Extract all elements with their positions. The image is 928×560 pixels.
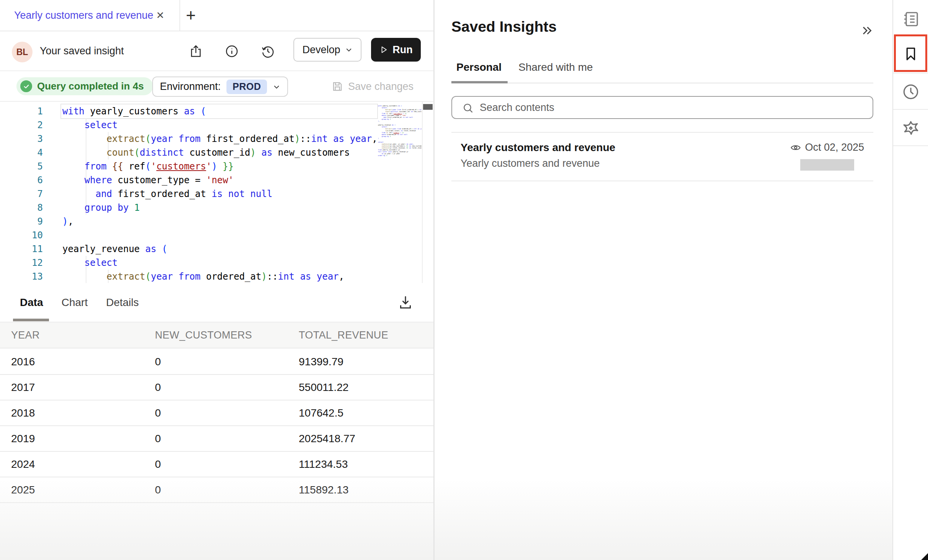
minimap-border xyxy=(422,102,423,283)
chevron-down-icon xyxy=(273,83,280,91)
panel-divider xyxy=(451,132,873,133)
table-cell: 111234.53 xyxy=(299,458,433,470)
saved-insight-meta: Oct 02, 2025 xyxy=(451,142,864,153)
query-status-text: Query completed in 4s xyxy=(37,80,144,92)
column-header: TOTAL_REVENUE xyxy=(299,329,433,341)
environment-label: Environment: xyxy=(160,81,221,93)
table-cell: 0 xyxy=(155,356,299,368)
column-header: YEAR xyxy=(11,329,155,341)
resize-corner xyxy=(921,553,928,560)
code-line: where customer_type = 'new' xyxy=(62,173,377,187)
insight-toolbar: BL Your saved insight Develop Run xyxy=(0,31,433,71)
sidebar-item-compass[interactable] xyxy=(893,110,928,146)
insights-tab-shared-with-me[interactable]: Shared with me xyxy=(518,61,593,73)
code-line: from {{ ref('customers') }} xyxy=(62,160,377,173)
tab-divider xyxy=(179,0,180,31)
table-cell: 2018 xyxy=(11,407,155,419)
tab-track xyxy=(451,83,873,83)
results-table-body: 2016091399.7920170550011.2220180107642.5… xyxy=(0,349,433,503)
code-line: select xyxy=(62,118,377,132)
table-cell: 2025418.77 xyxy=(299,433,433,445)
rail-separator xyxy=(893,145,928,146)
avatar[interactable]: BL xyxy=(12,42,33,62)
results-tab-bar: DataChartDetails xyxy=(0,283,433,322)
active-tab-indicator xyxy=(13,319,49,321)
editor-scrollbar[interactable] xyxy=(423,104,433,110)
table-row[interactable]: 20180107642.5 xyxy=(0,400,433,426)
table-cell: 2019 xyxy=(11,433,155,445)
panel-title: Saved Insights xyxy=(451,18,557,35)
info-icon[interactable] xyxy=(225,44,239,58)
environment-value-badge: PROD xyxy=(226,80,267,94)
insights-tab-personal[interactable]: Personal xyxy=(456,61,501,73)
download-icon[interactable] xyxy=(398,295,413,310)
results-tab-data[interactable]: Data xyxy=(20,296,43,309)
personal-tab-indicator xyxy=(451,81,508,83)
tab-yearly-customers[interactable]: Yearly customers and revenue xyxy=(14,0,153,31)
check-icon xyxy=(20,80,32,92)
line-number-gutter: 1234567891011121314151617181920212223242… xyxy=(0,104,43,283)
loading-skeleton-bar xyxy=(800,159,854,171)
table-cell: 550011.22 xyxy=(299,381,433,394)
save-icon xyxy=(332,81,343,92)
pane-divider[interactable] xyxy=(433,0,435,560)
compass-icon xyxy=(901,119,920,138)
insights-tab-bar: PersonalShared with me xyxy=(456,61,593,73)
sidebar-item-history[interactable] xyxy=(893,73,928,110)
save-changes-button[interactable]: Save changes xyxy=(332,72,414,101)
minimap[interactable]: with yearly_customers as ( select extrac… xyxy=(378,105,422,156)
search-contents-box xyxy=(451,96,873,119)
table-cell: 0 xyxy=(155,407,299,419)
notebook-icon xyxy=(902,10,920,28)
code-line: select xyxy=(62,256,377,270)
code-line: extract(year from ordered_at)::int as ye… xyxy=(62,270,377,283)
results-table-header: YEARNEW_CUSTOMERSTOTAL_REVENUE xyxy=(0,322,433,348)
table-cell: 2025 xyxy=(11,484,155,496)
table-cell: 91399.79 xyxy=(299,356,433,368)
eye-icon xyxy=(790,142,801,153)
table-cell: 2016 xyxy=(11,356,155,368)
tab-strip: Yearly customers and revenue ✕ + xyxy=(0,0,433,31)
code-line: extract(year from first_ordered_at)::int… xyxy=(62,132,377,146)
table-cell: 0 xyxy=(155,458,299,470)
code-line: group by 1 xyxy=(62,201,377,215)
code-line: yearly_revenue as ( xyxy=(62,242,377,256)
status-bar: Query completed in 4s Environment: PROD … xyxy=(0,72,433,102)
table-cell: 115892.13 xyxy=(299,484,433,496)
search-input[interactable] xyxy=(480,97,862,118)
saved-insight-subtitle: Yearly customers and revenue xyxy=(461,158,600,169)
clock-icon xyxy=(902,83,920,101)
share-icon[interactable] xyxy=(189,44,203,58)
table-row[interactable]: 2016091399.79 xyxy=(0,349,433,375)
run-button[interactable]: Run xyxy=(371,38,421,62)
code-line: ), xyxy=(62,215,377,228)
code-text[interactable]: with yearly_customers as ( select extrac… xyxy=(62,104,377,283)
sidebar-item-notebook[interactable] xyxy=(893,1,928,37)
table-row[interactable]: 20170550011.22 xyxy=(0,375,433,400)
column-header: NEW_CUSTOMERS xyxy=(155,329,299,341)
close-tab-icon[interactable]: ✕ xyxy=(156,0,164,31)
saved-insight-date: Oct 02, 2025 xyxy=(805,142,864,153)
sql-code-editor[interactable]: 1234567891011121314151617181920212223242… xyxy=(0,102,433,283)
table-row[interactable]: 201902025418.77 xyxy=(0,426,433,452)
code-line xyxy=(62,228,377,242)
code-line: and first_ordered_at is not null xyxy=(62,187,377,201)
new-tab-button[interactable]: + xyxy=(186,0,196,31)
develop-button[interactable]: Develop xyxy=(293,38,361,62)
results-tab-chart[interactable]: Chart xyxy=(62,296,88,309)
code-line: with yearly_customers as ( xyxy=(62,104,377,118)
play-icon xyxy=(379,45,388,54)
table-cell: 107642.5 xyxy=(299,407,433,419)
history-icon[interactable] xyxy=(261,44,275,58)
chevron-down-icon xyxy=(345,46,353,54)
results-tab-details[interactable]: Details xyxy=(106,296,139,309)
environment-select[interactable]: Environment: PROD xyxy=(152,77,288,97)
code-line: count(distinct customer_id) as new_custo… xyxy=(62,146,377,160)
search-icon xyxy=(462,102,474,114)
table-row[interactable]: 20240111234.53 xyxy=(0,452,433,477)
table-cell: 0 xyxy=(155,484,299,496)
double-chevron-right-icon[interactable] xyxy=(859,24,874,37)
table-row[interactable]: 20250115892.13 xyxy=(0,477,433,503)
query-status-badge: Query completed in 4s xyxy=(16,77,153,95)
table-cell: 0 xyxy=(155,433,299,445)
